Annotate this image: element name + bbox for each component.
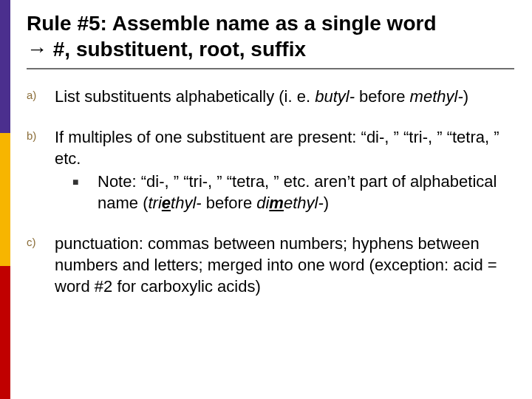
- marker-c: c): [27, 233, 55, 297]
- title-line-1: Rule #5: Assemble name as a single word: [27, 12, 437, 35]
- item-c-body: punctuation: commas between numbers; hyp…: [55, 233, 514, 297]
- sub-item-note: ■ Note: “di-, ” “tri-, ” “tetra, ” etc. …: [72, 171, 514, 214]
- sub-list: ■ Note: “di-, ” “tri-, ” “tetra, ” etc. …: [55, 171, 514, 214]
- marker-b: b): [27, 126, 55, 214]
- accent-yellow: [0, 133, 10, 266]
- list-item-a: a) List substituents alphabetically (i. …: [27, 86, 514, 107]
- sub-note-body: Note: “di-, ” “tri-, ” “tetra, ” etc. ar…: [98, 171, 514, 214]
- title-underline: [27, 68, 514, 69]
- list-item-b: b) If multiples of one substituent are p…: [27, 126, 514, 214]
- item-a-body: List substituents alphabetically (i. e. …: [55, 86, 468, 107]
- arrow-icon: →: [27, 38, 47, 61]
- item-b-body: If multiples of one substituent are pres…: [55, 126, 514, 214]
- accent-sidebar: [0, 0, 10, 399]
- slide-content: Rule #5: Assemble name as a single word …: [27, 10, 514, 384]
- rule-list: a) List substituents alphabetically (i. …: [27, 86, 514, 297]
- square-bullet-icon: ■: [72, 171, 98, 214]
- slide-title: Rule #5: Assemble name as a single word …: [27, 10, 514, 66]
- list-item-c: c) punctuation: commas between numbers; …: [27, 233, 514, 297]
- accent-purple: [0, 0, 10, 133]
- title-line-2: #, substituent, root, suffix: [47, 38, 306, 61]
- accent-red: [0, 266, 10, 399]
- marker-a: a): [27, 86, 55, 107]
